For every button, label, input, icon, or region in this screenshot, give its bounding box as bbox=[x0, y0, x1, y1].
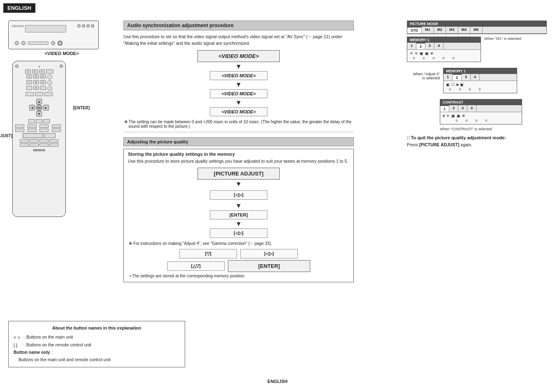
pic-arrow-2: ▼ bbox=[235, 202, 242, 210]
memory1-m1-tabs: 1 2 3 4 bbox=[407, 43, 481, 50]
memory1-m1-header: MEMORY 1 bbox=[407, 37, 481, 43]
final-flow-row2: [△▽] [ENTER] bbox=[128, 260, 349, 272]
func-btn-3 bbox=[44, 92, 53, 96]
circle-btn-2 bbox=[21, 41, 26, 45]
c-val-5: 0 bbox=[482, 119, 490, 122]
m1-val-1: 0 bbox=[410, 56, 418, 60]
remote-bottom-grid bbox=[15, 139, 63, 147]
remote-row-1: 1 2 3 bbox=[15, 69, 63, 74]
memory1-adj2-tabs: 1 2 3 4 bbox=[444, 74, 517, 81]
func-btn-1 bbox=[26, 92, 34, 96]
pic-note: ✻ For instructions on making "Adjust 4",… bbox=[128, 241, 349, 246]
picture-adjust-label: [PICTURE ADJUST] bbox=[0, 134, 12, 138]
adj2-tab-4: 4 bbox=[471, 74, 480, 81]
quit-box: □ To quit the picture quality adjustment… bbox=[407, 135, 547, 148]
quit-title: □ To quit the picture quality adjustment… bbox=[407, 135, 547, 140]
remote-unit-diagram: ● 1 2 3 4 5 6 7 8 bbox=[12, 61, 66, 217]
pic-adjust-btns bbox=[15, 133, 63, 138]
final-step-1: [▽] bbox=[179, 249, 237, 258]
circle-btn-1 bbox=[15, 41, 19, 45]
adj2-tab-1: 1 bbox=[444, 74, 453, 81]
storing-memory-box: Storing the picture quality settings in … bbox=[123, 149, 354, 283]
m1-icon-1: ☀ bbox=[410, 51, 413, 55]
enter-label: [ENTER] bbox=[73, 106, 90, 110]
tab-m2: M2 bbox=[434, 27, 446, 33]
language-header: ENGLISH bbox=[3, 3, 35, 13]
adj2-val-row: 0 0 0 0 bbox=[446, 88, 514, 91]
contrast-body: 0 ✳ ▣ ▣ ❄ 0 0 0 0 bbox=[440, 112, 522, 124]
m1-val-3: 0 bbox=[430, 56, 438, 60]
final-step-3: [△▽] bbox=[167, 261, 225, 271]
quit-text: Press [PICTURE ADJUST] again. bbox=[407, 142, 547, 148]
pic-flow-step-1: [PICTURE ADJUST] bbox=[197, 168, 280, 180]
memory1-m1-diagram: MEMORY 1 1 2 3 4 ☀ ✳ ▣ ▣ ❄ 0 0 0 bbox=[407, 37, 481, 62]
memory1-adjust2-row: When "Adjust 2"is selected MEMORY 1 1 2 … bbox=[407, 68, 547, 96]
remote-row-3: 7 8 9 bbox=[15, 80, 63, 85]
slot-area bbox=[28, 42, 49, 45]
rem-btn-mode bbox=[46, 69, 53, 74]
contrast-tabs: 1 2 3 4 bbox=[440, 105, 522, 112]
remote-denon-label: DENON bbox=[15, 148, 63, 152]
bot-btn-5 bbox=[20, 143, 29, 147]
btn-row2-colon: : bbox=[23, 341, 25, 349]
arrow-2: ▼ bbox=[235, 81, 242, 88]
contrast-tab-4: 4 bbox=[467, 105, 476, 112]
pic-flow-step-3: [◁▷] bbox=[210, 228, 267, 238]
pic-arrow-1: ▼ bbox=[235, 180, 242, 188]
btn-row-4: Buttons on the main unit and remote cont… bbox=[14, 356, 180, 364]
dpad-center: OK bbox=[36, 104, 42, 111]
main-unit-display bbox=[25, 25, 66, 32]
grid-btn-1 bbox=[15, 125, 24, 128]
m1-icon-4: ▣ bbox=[425, 51, 429, 55]
remote-circle-right bbox=[60, 65, 63, 68]
quit-btn-name: [PICTURE ADJUST] bbox=[419, 142, 460, 147]
middle-section: Audio synchronization adjustment procedu… bbox=[123, 21, 354, 286]
pic-adj-btn2 bbox=[44, 133, 56, 138]
m1-val-5: 0 bbox=[449, 56, 457, 60]
dpad-right: ► bbox=[43, 105, 49, 111]
bot-btn-7 bbox=[39, 143, 49, 147]
contrast-icon-5: ❄ bbox=[462, 114, 465, 118]
contrast-val-0: 0 bbox=[443, 114, 445, 118]
tab-m1: M1 bbox=[422, 27, 434, 33]
adj2-icon-2: ☐ bbox=[451, 83, 455, 87]
contrast-diagram: CONTRAST 1 2 3 4 0 ✳ ▣ ▣ ❄ 0 0 bbox=[440, 99, 522, 125]
rem-btn-3: 3 bbox=[39, 69, 45, 74]
audio-note: ✻ The setting can be made between 0 and … bbox=[123, 120, 354, 129]
rem-btn-7: 7 bbox=[26, 80, 32, 84]
memory1-adjust2-diagram: MEMORY 1 1 2 3 4 ▣ ☐ ■ ▣ 0 0 0 0 bbox=[443, 68, 517, 93]
ctrl-btn-3 bbox=[43, 119, 50, 123]
final-step-4: [ENTER] bbox=[228, 260, 310, 272]
tab-m3: M3 bbox=[446, 27, 458, 33]
denon-logo: DENON bbox=[12, 24, 24, 28]
adj2-icon-3: ■ bbox=[456, 83, 458, 87]
dpad-area: ▲ ◄ OK ► ▼ bbox=[15, 99, 63, 117]
func-btn-2 bbox=[35, 92, 43, 96]
audio-flow-step-4: <VIDEO MODE> bbox=[210, 107, 267, 116]
btn-row-1: < > : Buttons on the main unit bbox=[14, 334, 180, 341]
c-val-1 bbox=[443, 119, 451, 122]
contrast-tab-1: 1 bbox=[440, 105, 449, 112]
rem-btn-5: 5 bbox=[33, 74, 39, 78]
rem-btn-round-3 bbox=[47, 86, 52, 91]
m1-icon-5: ❄ bbox=[430, 51, 434, 55]
m1-caption: When "M1" is selected bbox=[484, 37, 521, 41]
tab-std: STD bbox=[407, 27, 422, 33]
bot-btn-3 bbox=[39, 139, 49, 143]
contrast-icon-3: ▣ bbox=[451, 114, 455, 118]
rem-btn-round-2 bbox=[47, 80, 52, 85]
divider-1 bbox=[123, 132, 354, 132]
button-names-title: About the button names in this explanati… bbox=[14, 325, 180, 332]
power-knob bbox=[58, 41, 63, 46]
contrast-header: CONTRAST bbox=[440, 99, 522, 105]
pic-arrow-3: ▼ bbox=[235, 220, 242, 228]
remote-number-rows: 1 2 3 4 5 6 7 8 9 bbox=[15, 69, 63, 91]
knob-4 bbox=[91, 24, 94, 28]
contrast-section: CONTRAST 1 2 3 4 0 ✳ ▣ ▣ ❄ 0 0 bbox=[407, 99, 547, 131]
btn-row3-colon: : bbox=[52, 349, 53, 356]
knob-3 bbox=[86, 24, 90, 28]
memory1-adj2-header: MEMORY 1 bbox=[444, 68, 517, 74]
adj2-icon-4: ▣ bbox=[460, 83, 464, 87]
contrast-icon-4: ▣ bbox=[457, 114, 460, 118]
m1-icon-row: ☀ ✳ ▣ ▣ ❄ bbox=[410, 51, 478, 55]
